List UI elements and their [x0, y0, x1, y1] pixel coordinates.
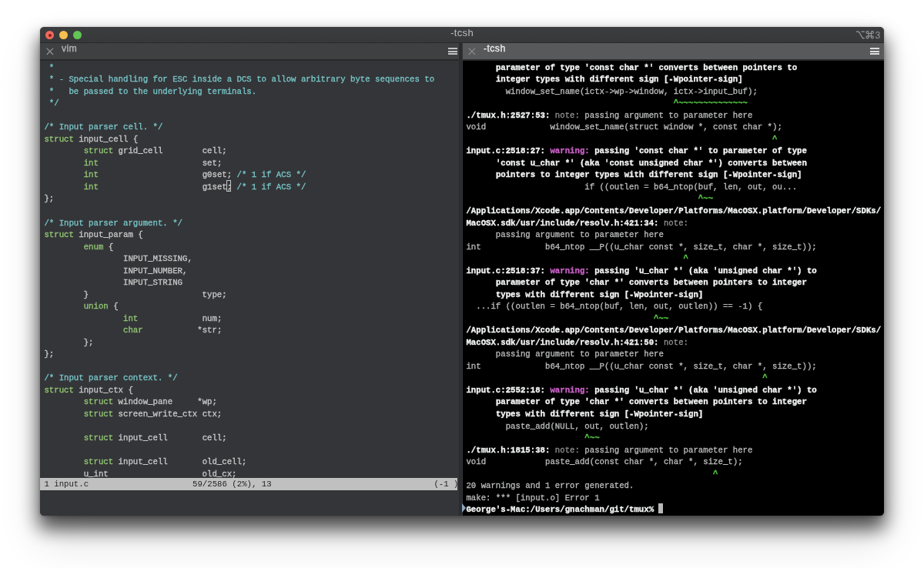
svg-text:3: 3 [875, 31, 880, 39]
